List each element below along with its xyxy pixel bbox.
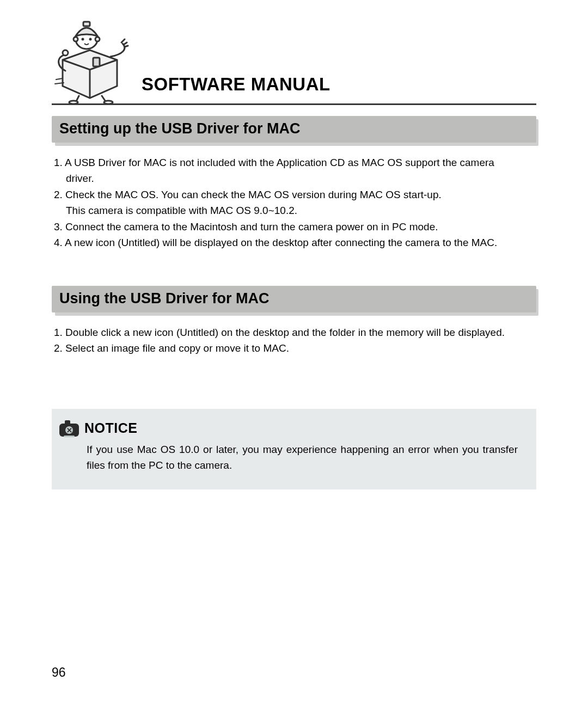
list-item: This camera is compatible with MAC OS 9.… xyxy=(54,203,536,218)
svg-rect-0 xyxy=(93,58,100,66)
svg-point-8 xyxy=(69,101,78,103)
list-item: 4. A new icon (Untitled) will be display… xyxy=(54,235,536,250)
list-item: 2. Check the MAC OS. You can check the M… xyxy=(54,187,536,203)
mascot-icon xyxy=(52,16,131,103)
svg-rect-11 xyxy=(65,420,70,425)
svg-point-6 xyxy=(74,37,78,41)
svg-point-1 xyxy=(63,50,68,56)
list-item: 3. Connect the camera to the Macintosh a… xyxy=(54,219,536,235)
manual-page: SOFTWARE MANUAL Setting up the USB Drive… xyxy=(0,0,588,705)
notice-title: NOTICE xyxy=(84,420,137,436)
svg-point-9 xyxy=(104,101,113,103)
list-item: 2. Select an image file and copy or move… xyxy=(54,340,536,356)
list-item: driver. xyxy=(54,170,536,186)
svg-rect-3 xyxy=(83,22,90,26)
page-title: SOFTWARE MANUAL xyxy=(142,74,330,103)
list-item: 1. Double click a new icon (Untitled) on… xyxy=(54,324,536,340)
section2-body: 1. Double click a new icon (Untitled) on… xyxy=(54,324,536,357)
svg-point-5 xyxy=(89,38,92,41)
notice-box: ✕ NOTICE If you use Mac OS 10.0 or later… xyxy=(52,409,536,490)
notice-body-text: If you use Mac OS 10.0 or later, you may… xyxy=(52,438,536,474)
list-item: 1. A USB Driver for MAC is not included … xyxy=(54,155,536,170)
svg-point-4 xyxy=(82,38,84,41)
section-heading-label: Using the USB Driver for MAC xyxy=(59,290,270,306)
camera-warning-icon: ✕ xyxy=(57,419,81,438)
page-header: SOFTWARE MANUAL xyxy=(52,16,536,103)
svg-text:✕: ✕ xyxy=(66,426,72,434)
header-divider xyxy=(52,103,536,105)
section-heading-label: Setting up the USB Driver for MAC xyxy=(59,120,301,137)
section1-body: 1. A USB Driver for MAC is not included … xyxy=(54,155,536,251)
svg-point-7 xyxy=(95,37,100,41)
section-heading-setting-up: Setting up the USB Driver for MAC xyxy=(52,116,536,143)
page-number: 96 xyxy=(52,665,66,680)
section-heading-using: Using the USB Driver for MAC xyxy=(52,286,536,312)
svg-rect-14 xyxy=(64,436,75,437)
